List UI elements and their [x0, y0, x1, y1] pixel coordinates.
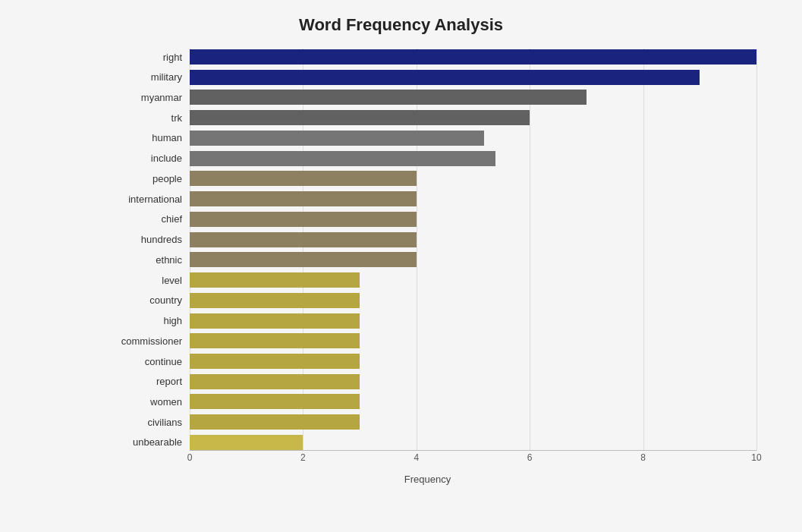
bar-track [190, 435, 756, 450]
bar-label: myanmar [99, 92, 190, 103]
bar-label: hundreds [99, 234, 190, 245]
bar-row: human [99, 130, 756, 146]
bar-label: human [99, 132, 190, 143]
bar-label: military [99, 71, 190, 83]
bar-row: chief [99, 211, 756, 228]
bar-row: hundreds [99, 231, 756, 248]
x-tick-10: 10 [751, 452, 761, 463]
bar-track [190, 374, 756, 389]
bar-fill [190, 110, 530, 125]
bar-fill [190, 171, 417, 186]
bar-row: country [99, 292, 756, 309]
bar-label: country [99, 294, 190, 306]
bar-row: report [99, 373, 756, 390]
bar-row: continue [99, 353, 756, 370]
grid-line-10 [756, 49, 757, 451]
bar-row: right [99, 49, 756, 65]
bar-label: trk [99, 112, 190, 124]
bar-label: ethnic [99, 254, 190, 266]
bar-label: include [99, 153, 190, 164]
bar-row: women [99, 393, 756, 410]
bar-fill [190, 354, 360, 369]
bar-fill [190, 435, 303, 450]
bar-row: include [99, 150, 756, 167]
x-tick-2: 2 [300, 452, 306, 463]
bar-track [190, 394, 756, 409]
bar-track [190, 272, 756, 288]
x-tick-0: 0 [187, 452, 193, 463]
bar-label: right [99, 52, 190, 63]
bar-fill [190, 151, 495, 166]
x-tick-4: 4 [414, 452, 419, 463]
bar-track [190, 151, 756, 166]
bar-row: military [99, 69, 756, 86]
bar-fill [190, 252, 417, 267]
x-axis-label: Frequency [99, 474, 756, 485]
bar-row: myanmar [99, 89, 756, 105]
bar-row: civilians [99, 414, 756, 430]
bar-fill [190, 394, 360, 409]
bar-label: high [99, 315, 190, 326]
bar-track [190, 232, 756, 247]
bar-fill [190, 49, 756, 65]
bar-row: trk [99, 109, 756, 126]
bar-row: commissioner [99, 332, 756, 349]
bar-track [190, 414, 756, 430]
bar-label: international [99, 194, 190, 205]
bar-row: high [99, 313, 756, 329]
bar-fill [190, 131, 484, 146]
bar-fill [190, 70, 700, 85]
bar-row: level [99, 272, 756, 288]
bar-track [190, 333, 756, 348]
bar-track [190, 49, 756, 65]
bar-track [190, 354, 756, 369]
bar-row: unbearable [99, 434, 756, 451]
bar-label: commissioner [99, 335, 190, 347]
bar-track [190, 212, 756, 227]
bar-row: international [99, 190, 756, 207]
bar-track [190, 90, 756, 105]
bar-label: women [99, 396, 190, 408]
bar-track [190, 252, 756, 267]
bar-label: report [99, 376, 190, 387]
bar-fill [190, 90, 587, 105]
bar-track [190, 191, 756, 206]
x-tick-8: 8 [640, 452, 646, 463]
x-ticks-container: 0 2 4 6 8 10 [190, 452, 756, 467]
bars-wrapper: rightmilitarymyanmartrkhumanincludepeopl… [99, 49, 756, 451]
bar-label: unbearable [99, 436, 190, 448]
bar-track [190, 131, 756, 146]
bar-track [190, 110, 756, 125]
bar-label: level [99, 275, 190, 286]
x-axis-line [190, 450, 756, 451]
chart-title: Word Frequency Analysis [46, 15, 756, 35]
bar-label: continue [99, 356, 190, 367]
bar-track [190, 171, 756, 186]
bar-fill [190, 374, 360, 389]
bar-fill [190, 333, 360, 348]
bar-fill [190, 232, 417, 247]
bar-row: people [99, 170, 756, 187]
chart-area: rightmilitarymyanmartrkhumanincludepeopl… [99, 49, 756, 489]
bar-track [190, 70, 756, 85]
bar-row: ethnic [99, 251, 756, 268]
bar-track [190, 313, 756, 329]
bar-fill [190, 293, 360, 308]
bar-fill [190, 272, 360, 288]
bar-fill [190, 212, 417, 227]
bar-fill [190, 313, 360, 329]
bar-fill [190, 191, 417, 206]
bar-label: chief [99, 213, 190, 225]
x-tick-6: 6 [527, 452, 533, 463]
bar-label: people [99, 173, 190, 184]
bar-label: civilians [99, 417, 190, 428]
bar-track [190, 293, 756, 308]
chart-container: Word Frequency Analysis rightmilitarymya… [0, 0, 802, 532]
bar-fill [190, 414, 360, 430]
